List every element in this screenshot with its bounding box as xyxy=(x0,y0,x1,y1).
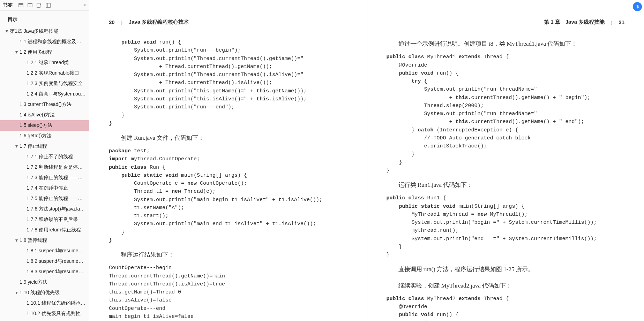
outline-item-c1101[interactable]: 1.10.1 线程优先级的继承特性 xyxy=(0,298,89,308)
layout-icon[interactable] xyxy=(45,2,51,8)
outline-item-c172[interactable]: 1.7.2 判断线程是否是停止状态 xyxy=(0,162,89,173)
outline-item-label: 1.7.2 判断线程是否是停止状态 xyxy=(27,164,89,170)
watermark-badge: 版 xyxy=(633,2,642,11)
outline-item-label: 1.8 暂停线程 xyxy=(20,237,47,243)
left-page-number: 20 xyxy=(109,19,115,25)
outline-item-c123[interactable]: 1.2.3 实例变量与线程安全 xyxy=(0,78,89,89)
svg-rect-12 xyxy=(611,24,612,25)
outline-item-c183[interactable]: 1.8.3 suspend与resume方法... xyxy=(0,267,89,277)
svg-rect-13 xyxy=(611,22,612,23)
outline-item-label: 第1章 Java多线程技能 xyxy=(10,28,58,34)
left-page-title: Java 多线程编程核心技术 xyxy=(129,19,189,25)
svg-rect-6 xyxy=(123,23,124,23)
caret-icon: ▾ xyxy=(6,28,9,34)
svg-rect-10 xyxy=(609,23,610,23)
paragraph: 通过一个示例进行说明。创建项目 t8，类 MyThread1.java 代码如下… xyxy=(387,38,630,49)
outline-item-label: 1.1 进程和多线程的概念及线程的... xyxy=(20,39,89,44)
svg-rect-0 xyxy=(19,3,23,7)
outline-item-c110[interactable]: ▾1.10 线程的优先级 xyxy=(0,288,89,298)
outline-item-c181[interactable]: 1.8.1 suspend与resume方法... xyxy=(0,246,89,256)
left-page: 20 Java 多线程编程核心技术 public void run() { Sy… xyxy=(89,0,367,321)
outline-item-label: 1.10.2 优先级具有规则性 xyxy=(27,311,81,316)
outline-item-label: 1.8.2 suspend与resume方法... xyxy=(27,258,89,264)
right-page: 版 第 1 章 Java 多线程技能 21 通过一个示例进行说明。创建项目 t8… xyxy=(367,0,644,321)
ornament-icon xyxy=(120,20,124,24)
toc-heading: 目录 xyxy=(0,14,89,26)
svg-rect-8 xyxy=(121,22,122,23)
outline-item-label: 1.9 yield方法 xyxy=(20,279,47,285)
expand-icon[interactable] xyxy=(27,2,33,8)
right-page-number: 21 xyxy=(619,19,624,25)
outline-item-c177[interactable]: 1.7.7 释放锁的不良后果 xyxy=(0,214,89,225)
add-bookmark-icon[interactable] xyxy=(36,2,42,8)
svg-rect-4 xyxy=(121,21,122,22)
outline-item-c122[interactable]: 1.2.2 实现Runnable接口 xyxy=(0,68,89,78)
outline-item-label: 1.3 currentThread()方法 xyxy=(20,101,72,107)
outline-item-label: 1.7.1 停止不了的线程 xyxy=(27,154,73,159)
outline-tree: 目录 ▾第1章 Java多线程技能1.1 进程和多线程的概念及线程的...▾1.… xyxy=(0,11,89,321)
caret-icon: ▾ xyxy=(15,290,19,295)
caret-icon: ▾ xyxy=(15,49,19,55)
outline-item-label: 1.10 线程的优先级 xyxy=(20,290,60,295)
outline-item-label: 1.2 使用多线程 xyxy=(20,49,52,55)
outline-item-c174[interactable]: 1.7.4 在沉睡中停止 xyxy=(0,183,89,193)
left-page-header: 20 Java 多线程编程核心技术 xyxy=(109,19,189,25)
outline-item-label: 1.5 sleep()方法 xyxy=(20,122,52,128)
outline-item-label: 1.7.7 释放锁的不良后果 xyxy=(27,216,78,222)
outline-item-label: 1.7.8 使用return停止线程 xyxy=(27,227,81,232)
paragraph: 程序运行结果如下： xyxy=(109,249,353,260)
outline-item-c13[interactable]: 1.3 currentThread()方法 xyxy=(0,99,89,110)
outline-item-c175[interactable]: 1.7.5 能停止的线程——暴力... xyxy=(0,193,89,204)
outline-item-c17[interactable]: ▾1.7 停止线程 xyxy=(0,141,89,152)
paragraph: 创建 Run.java 文件，代码如下： xyxy=(109,132,353,144)
outline-item-c178[interactable]: 1.7.8 使用return停止线程 xyxy=(0,225,89,235)
outline-item-c16[interactable]: 1.6 getId()方法 xyxy=(0,131,89,141)
outline-item-label: 1.7.4 在沉睡中停止 xyxy=(27,185,68,191)
svg-rect-9 xyxy=(611,21,612,22)
right-page-title: 第 1 章 Java 多线程技能 xyxy=(544,19,605,25)
outline-item-label: 1.7 停止线程 xyxy=(20,143,47,149)
outline-item-label: 1.10.1 线程优先级的继承特性 xyxy=(27,300,89,306)
outline-item-label: 1.2.1 继承Thread类 xyxy=(27,60,69,65)
collapse-icon[interactable] xyxy=(18,2,24,8)
code-block: public class Run1 { public static void m… xyxy=(387,194,630,259)
outline-item-c173[interactable]: 1.7.3 能停止的线程——异常法 xyxy=(0,173,89,183)
outline-item-c11[interactable]: 1.1 进程和多线程的概念及线程的... xyxy=(0,37,89,47)
code-block: public class MyThread1 extends Thread { … xyxy=(387,53,630,175)
outline-item-c15[interactable]: 1.5 sleep()方法 xyxy=(0,120,89,131)
paragraph: 直接调用 run() 方法，程序运行结果如图 1-25 所示。 xyxy=(387,264,630,275)
code-block: package test;import mythread.CountOperat… xyxy=(109,147,353,244)
close-icon[interactable]: × xyxy=(83,2,86,8)
output-block: CountOperate---begin Thread.currentThrea… xyxy=(109,264,353,321)
outline-item-label: 1.2.3 实例变量与线程安全 xyxy=(27,81,83,86)
outline-item-c171[interactable]: 1.7.1 停止不了的线程 xyxy=(0,152,89,162)
bookmarks-sidebar: 书签 × 目录 ▾第1章 Java多线程技能1.1 进程和多线程的概念及线程的.… xyxy=(0,0,89,321)
outline-item-c124[interactable]: 1.2.4 留意i--与System.out.pr... xyxy=(0,89,89,99)
svg-rect-11 xyxy=(613,23,614,23)
outline-item-label: 1.7.5 能停止的线程——暴力... xyxy=(27,196,89,201)
outline-item-c12[interactable]: ▾1.2 使用多线程 xyxy=(0,47,89,58)
ornament-icon xyxy=(609,20,614,24)
outline-item-c14[interactable]: 1.4 isAlive()方法 xyxy=(0,110,89,120)
svg-rect-7 xyxy=(121,24,122,25)
outline-item-label: 1.7.3 能停止的线程——异常法 xyxy=(27,175,89,180)
code-block: public class MyThread2 extends Thread { … xyxy=(387,295,630,321)
page-spread: 20 Java 多线程编程核心技术 public void run() { Sy… xyxy=(89,0,644,321)
outline-item-label: 1.8.1 suspend与resume方法... xyxy=(27,248,89,253)
outline-item-label: 1.2.2 实现Runnable接口 xyxy=(27,70,79,76)
paragraph: 运行类 Run1.java 代码如下： xyxy=(387,179,630,191)
code-block: public void run() { System.out.println("… xyxy=(109,38,353,128)
outline-item-c18[interactable]: ▾1.8 暂停线程 xyxy=(0,235,89,246)
outline-item-c1[interactable]: ▾第1章 Java多线程技能 xyxy=(0,26,89,37)
outline-item-c176[interactable]: 1.7.6 方法stop()与java.lang.... xyxy=(0,204,89,214)
right-page-header: 第 1 章 Java 多线程技能 21 xyxy=(544,19,624,25)
svg-rect-5 xyxy=(120,23,120,23)
left-content: public void run() { System.out.println("… xyxy=(109,38,353,321)
sidebar-title: 书签 xyxy=(3,2,13,8)
caret-icon: ▾ xyxy=(15,237,19,243)
outline-item-c182[interactable]: 1.8.2 suspend与resume方法... xyxy=(0,256,89,267)
outline-item-c121[interactable]: 1.2.1 继承Thread类 xyxy=(0,58,89,68)
outline-item-c1102[interactable]: 1.10.2 优先级具有规则性 xyxy=(0,308,89,319)
outline-item-c19[interactable]: 1.9 yield方法 xyxy=(0,277,89,288)
right-content: 通过一个示例进行说明。创建项目 t8，类 MyThread1.java 代码如下… xyxy=(387,38,630,321)
